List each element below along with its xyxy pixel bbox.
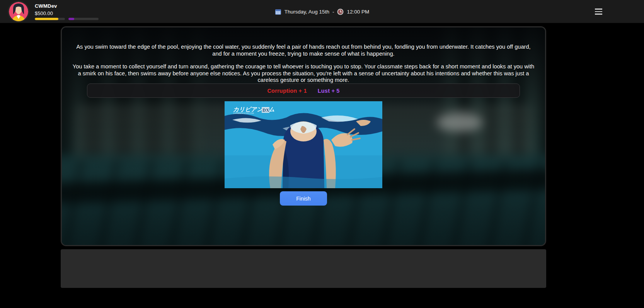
calendar-icon: [275, 9, 281, 15]
purple-stat-bar-fill: [68, 18, 74, 20]
player-name: CWMDev: [35, 3, 57, 9]
svg-text:CARIBBEANCOM.COM: CARIBBEANCOM.COM: [233, 112, 254, 114]
story-paragraph-2: You take a moment to collect yourself an…: [72, 63, 535, 84]
hamburger-menu-icon[interactable]: [594, 7, 603, 16]
date-text: Thursday, Aug 15th: [285, 9, 329, 15]
purple-stat-bar-track: [68, 18, 99, 20]
event-card: As you swim toward the edge of the pool,…: [61, 26, 546, 246]
avatar-woman-icon: [9, 2, 28, 21]
yellow-stat-bar-track: [35, 18, 65, 20]
top-bar: CWMDev $500.00 Thursday, Aug 15th - 12:0…: [0, 0, 644, 23]
player-avatar[interactable]: [9, 2, 28, 21]
effect-lust: Lust + 5: [318, 88, 340, 94]
stat-effects-bar: Corruption + 1 Lust + 5: [87, 83, 520, 98]
clock-icon: [337, 9, 344, 15]
date-time-separator: -: [332, 9, 334, 15]
story-paragraph-1: As you swim toward the edge of the pool,…: [72, 44, 535, 57]
underwater-swimmer-illustration: カリビアンコム CARIBBEANCOM.COM DX: [225, 101, 382, 188]
time-text: 12:00 PM: [347, 9, 369, 15]
finish-button[interactable]: Finish: [280, 191, 327, 206]
player-money: $500.00: [35, 10, 53, 16]
bottom-panel: [61, 249, 546, 288]
effect-corruption: Corruption + 1: [267, 88, 307, 94]
yellow-stat-bar-fill: [35, 18, 58, 20]
watermark-badge: DX: [262, 107, 269, 113]
event-video-still: カリビアンコム CARIBBEANCOM.COM DX: [225, 101, 382, 188]
